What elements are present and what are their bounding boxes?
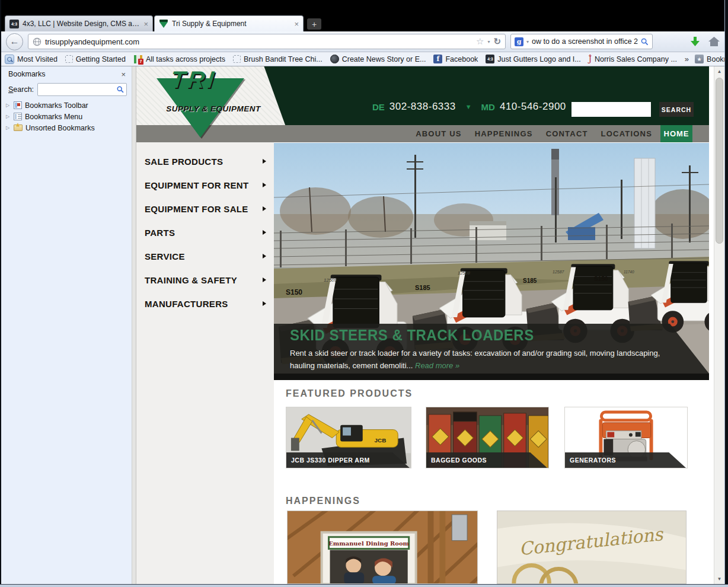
window-frame-right: [724, 0, 728, 587]
globe-icon: [33, 37, 41, 46]
scroll-up-arrow[interactable]: ▲: [714, 66, 724, 76]
tree-item-label: Unsorted Bookmarks: [25, 124, 95, 132]
bookmarks-toolbar-icon: [14, 101, 22, 109]
bookmark-brush-bandit[interactable]: Brush Bandit Tree Chi...: [233, 55, 323, 63]
bookmark-star-icon[interactable]: ☆: [476, 36, 484, 47]
overflow-chevron-icon[interactable]: »: [685, 55, 689, 63]
sidebar-splitter[interactable]: [132, 66, 136, 584]
menu-item-manufacturers[interactable]: MANUFACTURERS: [136, 292, 274, 315]
google-icon: g: [515, 37, 523, 46]
sidebar-item-bookmarks-toolbar[interactable]: ▷ Bookmarks Toolbar: [1, 100, 132, 111]
menu-item-sale-products[interactable]: SALE PRODUCTS: [136, 149, 274, 173]
sidebar-search-input[interactable]: [40, 85, 114, 94]
jcb-brand-text: JCB: [375, 437, 387, 444]
machine-model-3: S185: [523, 277, 537, 284]
tab-4x3[interactable]: 4:3 4x3, LLC | Website Design, CMS and L…: [5, 15, 153, 31]
machine-unit-1: 12509: [324, 277, 337, 283]
bookmark-just-gutters[interactable]: 4:3 Just Gutters Logo and I...: [486, 55, 580, 63]
submenu-arrow-icon: [263, 254, 266, 259]
nav-item-locations[interactable]: LOCATIONS: [601, 129, 652, 138]
bookmark-create-news[interactable]: Create News Story or E...: [330, 55, 426, 63]
site-logo[interactable]: TRI SUPPLY & EQUIPMENT: [153, 66, 279, 145]
dining-room-sign-text: Emmanuel Dining Room: [328, 540, 409, 547]
tab-tri-supply[interactable]: Tri Supply & Equipment ×: [154, 15, 304, 31]
bookmark-most-visited[interactable]: Most Visited: [5, 55, 58, 64]
back-button[interactable]: ←: [6, 33, 23, 50]
bookmark-all-tasks[interactable]: 7 All tasks across projects: [133, 55, 225, 64]
triangle-divider-icon: ▼: [465, 103, 472, 110]
happenings-photo-congratulations: Congratulations: [497, 511, 686, 584]
window-frame-bottom: [0, 584, 728, 587]
bookmarks-menu-button[interactable]: ★ Bookmarks: [695, 55, 728, 63]
sidebar-item-unsorted-bookmarks[interactable]: ▷ Unsorted Bookmarks: [1, 122, 132, 133]
read-more-link[interactable]: Read more »: [415, 361, 459, 370]
happenings-image-congratulations[interactable]: Congratulations: [497, 511, 687, 584]
menu-item-parts[interactable]: PARTS: [136, 221, 274, 244]
featured-products-heading: FEATURED PRODUCTS: [286, 388, 413, 399]
url-input[interactable]: [45, 37, 472, 46]
bookmarks-sidebar: Bookmarks × Search: ▷ Bookmarks Toolbar …: [1, 66, 132, 584]
phone-number-de: 302-838-6333: [389, 101, 456, 113]
site-header: TRI SUPPLY & EQUIPMENT DE 302-838-6333 ▼…: [136, 66, 709, 125]
machine-unit-4: 11740: [624, 270, 634, 274]
hero-slideshow[interactable]: S150 12509 S185 12508 S185 12587 S150 11…: [274, 143, 709, 374]
close-icon[interactable]: ×: [143, 20, 148, 28]
scrollbar-thumb[interactable]: [716, 78, 723, 244]
machine-model-2: S185: [415, 284, 430, 291]
sidebar-item-bookmarks-menu[interactable]: ▷ Bookmarks Menu: [1, 111, 132, 122]
expand-caret-icon[interactable]: ▷: [6, 114, 11, 119]
submenu-arrow-icon: [263, 277, 266, 282]
bookmarks-menu-icon: [14, 113, 22, 120]
phone-number-md: 410-546-2900: [500, 101, 566, 113]
most-visited-icon: [5, 55, 14, 64]
search-bar[interactable]: g ▾: [510, 34, 653, 49]
search-icon[interactable]: [641, 38, 649, 46]
menu-item-service[interactable]: SERVICE: [136, 244, 274, 268]
chevron-down-icon[interactable]: ▾: [487, 39, 490, 44]
search-input[interactable]: [532, 37, 638, 46]
expand-caret-icon[interactable]: ▷: [6, 103, 11, 108]
site-search-input[interactable]: [571, 102, 651, 117]
phone-state-md: MD: [481, 102, 495, 112]
nav-item-contact[interactable]: CONTACT: [546, 129, 588, 138]
search-icon: [117, 86, 124, 93]
url-bar[interactable]: ☆ ▾ ↻: [28, 34, 506, 49]
logo-title: TRI: [170, 66, 218, 93]
product-label-band: JCB JS330 DIPPER ARM: [286, 452, 410, 468]
sidebar-search-field[interactable]: [37, 83, 127, 96]
window-frame-left: [0, 0, 1, 587]
machine-model-1: S150: [286, 288, 302, 296]
placeholder-icon: [233, 55, 241, 63]
bookmark-norris-sales[interactable]: Ĵ Norris Sales Company ...: [589, 55, 677, 63]
product-card-generators[interactable]: GENERATORS: [564, 407, 688, 468]
reload-icon[interactable]: ↻: [493, 36, 501, 47]
site-search-button[interactable]: SEARCH: [659, 102, 694, 117]
happenings-image-dining-room[interactable]: Emmanuel Dining Room: [287, 511, 478, 584]
bookmark-facebook[interactable]: f Facebook: [433, 55, 478, 63]
scrollbar-track[interactable]: [714, 76, 724, 574]
close-icon[interactable]: ×: [121, 70, 126, 79]
norris-icon: Ĵ: [589, 55, 592, 63]
bookmark-label: All tasks across projects: [146, 55, 225, 63]
nav-item-happenings[interactable]: HAPPENINGS: [475, 129, 533, 138]
download-icon[interactable]: [690, 36, 700, 47]
menu-item-equipment-for-rent[interactable]: EQUIPMENT FOR RENT: [136, 173, 274, 197]
close-icon[interactable]: ×: [294, 20, 299, 28]
nav-item-home-active[interactable]: HOME: [660, 125, 692, 142]
chevron-down-icon[interactable]: ▾: [526, 39, 529, 44]
menu-item-training-safety[interactable]: TRAINING & SAFETY: [136, 268, 274, 292]
bookmark-getting-started[interactable]: Getting Started: [65, 55, 126, 63]
home-icon[interactable]: [708, 37, 720, 47]
scroll-down-arrow[interactable]: ▼: [714, 574, 724, 584]
product-card-bagged-goods[interactable]: BAGGED GOODS: [426, 407, 549, 468]
vertical-scrollbar[interactable]: ▲ ▼: [714, 66, 724, 584]
product-card-jcb[interactable]: JCB JCB JS330 DIPPER ARM: [286, 407, 411, 468]
tab-strip: 4:3 4x3, LLC | Website Design, CMS and L…: [0, 15, 728, 31]
site-side-menu: SALE PRODUCTS EQUIPMENT FOR RENT EQUIPME…: [136, 142, 274, 584]
nav-item-about-us[interactable]: ABOUT US: [416, 129, 462, 138]
machine-unit-2: 12508: [458, 270, 471, 276]
menu-item-equipment-for-sale[interactable]: EQUIPMENT FOR SALE: [136, 197, 274, 221]
new-tab-button[interactable]: +: [307, 18, 321, 30]
hero-caption-overlay: SKID STEERS & TRACK LOADERS Rent a skid …: [274, 324, 709, 374]
expand-caret-icon[interactable]: ▷: [6, 125, 11, 130]
